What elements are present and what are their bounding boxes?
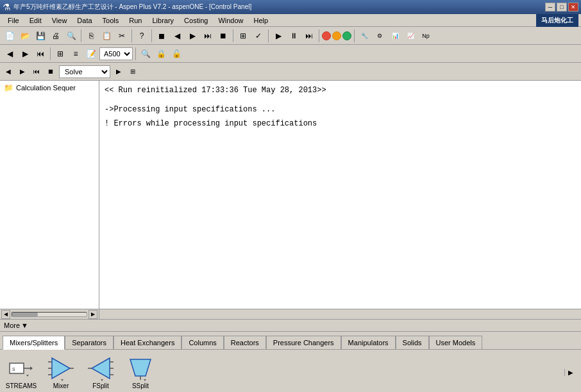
solve-run-btn[interactable]: ▶: [113, 66, 124, 78]
output-line-2: ->Processing input specifications ...: [105, 105, 576, 114]
nav-next[interactable]: ▶: [185, 29, 199, 43]
scroll-right-btn[interactable]: ▶: [88, 310, 97, 319]
find-button[interactable]: 🔍: [64, 29, 78, 43]
menu-costing[interactable]: Costing: [179, 15, 213, 26]
sep9: [135, 47, 136, 60]
tab-reactors[interactable]: Reactors: [224, 336, 266, 349]
tool-c[interactable]: 📊: [388, 29, 402, 43]
menu-window[interactable]: Window: [213, 15, 248, 26]
tool-a[interactable]: 🔧: [357, 29, 371, 43]
pause-btn[interactable]: ⏸: [287, 29, 301, 43]
sep7: [354, 29, 355, 42]
nav-start[interactable]: ◼: [155, 29, 169, 43]
svg-marker-19: [144, 379, 146, 381]
new-button[interactable]: 📄: [3, 29, 17, 43]
more-label[interactable]: More ▼: [4, 322, 28, 329]
solve-home-btn[interactable]: ⏮: [31, 66, 42, 78]
scroll-left-btn[interactable]: ◀: [1, 310, 10, 319]
more-text: More: [4, 322, 20, 329]
status-yellow-indicator: [332, 31, 341, 40]
more-arrow-icon: ▼: [21, 322, 28, 329]
tab-pressure-changers[interactable]: Pressure Changers: [266, 336, 341, 349]
mixer-label: Mixer: [53, 382, 69, 389]
hscroll-area: ◀ ▶: [0, 309, 581, 319]
grid-btn[interactable]: ⊞: [236, 29, 250, 43]
tb2-btn1[interactable]: ⊞: [53, 47, 67, 61]
tb2-btn6[interactable]: 🔓: [169, 47, 183, 61]
sep5: [268, 29, 269, 42]
tree-folder-icon: 📁: [4, 83, 13, 92]
tool-d[interactable]: 📈: [403, 29, 417, 43]
menu-help[interactable]: Help: [249, 15, 274, 26]
hscroll-spacer: [99, 309, 581, 319]
titlebar-left: ⚗ 年产5万吨纤维素乙醇生产工艺设计 - Aspen Plus V7.2 - a…: [3, 2, 251, 12]
tree-item-label: Calculation Sequer: [16, 84, 76, 92]
palette-mixer[interactable]: Mixer: [45, 355, 77, 389]
menu-file[interactable]: File: [3, 15, 24, 26]
solve-next-btn[interactable]: ▶: [17, 66, 28, 78]
tab-separators[interactable]: Separators: [65, 336, 114, 349]
close-button[interactable]: ✕: [568, 3, 578, 12]
output-panel: << Run reinitialized 17:33:36 Tue May 28…: [99, 81, 581, 309]
palette-scroll-right[interactable]: ▶: [564, 369, 576, 376]
sep4: [233, 29, 233, 42]
back-btn[interactable]: ◀: [3, 47, 17, 61]
run-btn[interactable]: ▶: [271, 29, 285, 43]
paste-button[interactable]: 📋: [99, 29, 114, 43]
help-btn[interactable]: ?: [135, 29, 149, 43]
cut-button[interactable]: ✂: [115, 29, 129, 43]
check-btn[interactable]: ✓: [251, 29, 265, 43]
save-button[interactable]: 💾: [33, 29, 47, 43]
menu-tools[interactable]: Tools: [97, 15, 124, 26]
tree-item-calculation[interactable]: 📁 Calculation Sequer: [0, 81, 99, 95]
tab-columns[interactable]: Columns: [181, 336, 223, 349]
svg-marker-4: [26, 375, 29, 377]
sep6: [319, 29, 319, 42]
solve-grid-btn[interactable]: ⊞: [127, 66, 139, 78]
solve-dropdown[interactable]: Solve: [59, 65, 110, 78]
copy-button[interactable]: ⎘: [84, 29, 98, 43]
app-logo-icon: ⚗: [3, 2, 11, 12]
tb2-btn5[interactable]: 🔒: [154, 47, 168, 61]
tab-manipulators[interactable]: Manipulators: [341, 336, 396, 349]
palette-ssplit[interactable]: SSplit: [124, 355, 156, 389]
maximize-button[interactable]: □: [557, 3, 567, 12]
streams-label: STREAMS: [6, 382, 37, 389]
sep8: [50, 47, 51, 60]
solve-prev-btn[interactable]: ◀: [3, 66, 14, 78]
print-button[interactable]: 🖨: [49, 29, 63, 43]
palette-streams[interactable]: S STREAMS: [5, 355, 37, 389]
menu-data[interactable]: Data: [72, 15, 97, 26]
morebar: More ▼: [0, 319, 581, 332]
hscrollbar: ◀ ▶: [0, 309, 99, 319]
nav-prev[interactable]: ◀: [170, 29, 184, 43]
tab-user-models[interactable]: User Models: [429, 336, 483, 349]
solve-stop-btn[interactable]: ⏹: [45, 66, 56, 78]
solve-bar: ◀ ▶ ⏮ ⏹ Solve ▶ ⊞: [0, 63, 581, 81]
tab-heat-exchangers[interactable]: Heat Exchangers: [114, 336, 181, 349]
stop-btn[interactable]: ⏹: [216, 29, 230, 43]
simulation-dropdown[interactable]: A500: [99, 47, 133, 60]
tb2-btn3[interactable]: 📝: [84, 47, 98, 61]
tool-e[interactable]: Np: [419, 29, 433, 43]
nav-end[interactable]: ⏭: [201, 29, 215, 43]
palette-fsplit[interactable]: FSplit: [85, 355, 117, 389]
component-palette: S STREAMS Mixer: [0, 350, 581, 392]
status-green-indicator: [342, 31, 351, 40]
menu-edit[interactable]: Edit: [24, 15, 47, 26]
brand-logo: 马后炮化工: [536, 14, 578, 27]
tb2-btn4[interactable]: 🔍: [139, 47, 153, 61]
scroll-thumb: [12, 313, 38, 316]
tool-b[interactable]: ⚙: [373, 29, 387, 43]
open-button[interactable]: 📂: [18, 29, 32, 43]
forward-btn[interactable]: ▶: [18, 47, 32, 61]
tab-mixers-splitters[interactable]: Mixers/Splitters: [3, 336, 65, 350]
menu-view[interactable]: View: [47, 15, 72, 26]
tb2-btn2[interactable]: ≡: [69, 47, 83, 61]
tab-solids[interactable]: Solids: [396, 336, 429, 349]
home-btn[interactable]: ⏮: [33, 47, 47, 61]
menu-library[interactable]: Library: [147, 15, 179, 26]
step-btn[interactable]: ⏭: [302, 29, 316, 43]
minimize-button[interactable]: ─: [545, 3, 555, 12]
menu-run[interactable]: Run: [124, 15, 147, 26]
